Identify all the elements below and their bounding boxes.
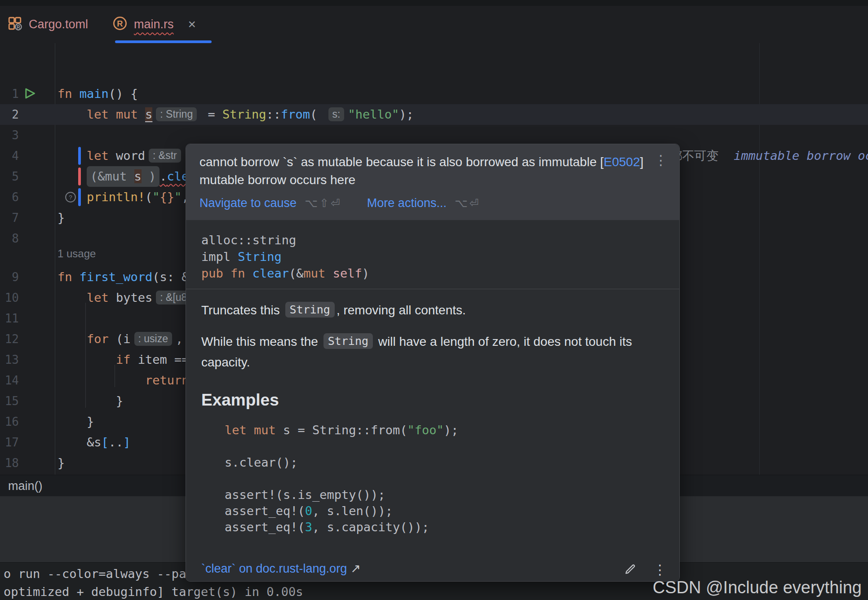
tab-cargo-toml[interactable]: RCargo.toml bbox=[7, 6, 88, 43]
example-code-line bbox=[225, 471, 664, 487]
ide-window: RCargo.tomlRmain.rs× 1fn main() {2let mu… bbox=[0, 0, 868, 600]
code-token: } bbox=[58, 456, 65, 470]
inlay-hint-pill: s: bbox=[328, 107, 345, 121]
code-text: for (i: usize, bbox=[87, 329, 183, 349]
edit-pencil-icon[interactable] bbox=[624, 562, 637, 578]
code-token: } bbox=[116, 394, 123, 408]
line-number[interactable]: 13 bbox=[0, 349, 19, 370]
code-token: bytes bbox=[116, 291, 152, 304]
line-number[interactable]: 1 bbox=[0, 84, 19, 104]
line-number[interactable]: 15 bbox=[0, 391, 19, 411]
code-token: "hello" bbox=[348, 107, 399, 121]
error-popup-header: cannot borrow `s` as mutable because it … bbox=[186, 144, 679, 220]
signature-line: pub fn clear(&mut self) bbox=[201, 265, 664, 282]
line-number[interactable]: 4 bbox=[0, 146, 19, 166]
popup-footer-more-icon[interactable]: ⋮ bbox=[653, 562, 667, 578]
usage-inlay-hint[interactable]: 1 usage bbox=[58, 247, 96, 260]
code-token: ( bbox=[310, 107, 325, 121]
code-token: from bbox=[281, 107, 310, 121]
action-label[interactable]: Navigate to cause bbox=[199, 196, 297, 210]
line-number[interactable]: 10 bbox=[0, 287, 19, 308]
doc-divider bbox=[186, 289, 679, 289]
doc-external-link[interactable]: `clear` on doc.rust-lang.org bbox=[201, 562, 347, 575]
window-top-strip bbox=[0, 0, 868, 6]
tab-label: main.rs bbox=[134, 18, 174, 31]
line-number[interactable]: 8 bbox=[0, 228, 19, 249]
line-number[interactable]: 2 bbox=[0, 104, 19, 125]
code-text: } bbox=[116, 391, 123, 411]
line-number[interactable]: 14 bbox=[0, 370, 19, 391]
csdn-watermark: CSDN @Include everything bbox=[653, 578, 862, 597]
code-token: s bbox=[145, 107, 152, 121]
code-token: ) bbox=[362, 266, 369, 280]
code-text: } bbox=[87, 411, 94, 432]
code-token: ); bbox=[399, 107, 414, 121]
error-message-line2: mutable borrow occurs here bbox=[199, 173, 355, 187]
tab-main-rs[interactable]: Rmain.rs× bbox=[112, 6, 196, 43]
change-marker-blue bbox=[78, 147, 81, 165]
error-popup-actions: Navigate to cause⌥⇧⏎More actions...⌥⏎ bbox=[199, 196, 666, 210]
code-token: .. bbox=[109, 435, 124, 449]
line-number[interactable]: 5 bbox=[0, 166, 19, 187]
code-token: () { bbox=[109, 87, 138, 101]
popup-more-icon[interactable]: ⋮ bbox=[654, 152, 668, 168]
code-token: , s.len()); bbox=[312, 504, 393, 518]
code-token: (s: & bbox=[152, 270, 189, 284]
line-number[interactable]: 17 bbox=[0, 432, 19, 453]
popup-action-more-actions-[interactable]: More actions...⌥⏎ bbox=[367, 196, 481, 210]
code-token: return bbox=[145, 373, 189, 387]
code-line-2[interactable]: 2let mut s: String = String::from( s:"he… bbox=[0, 104, 868, 125]
run-gutter-icon[interactable] bbox=[23, 87, 36, 101]
code-token: first_word bbox=[80, 270, 153, 284]
code-token: println! bbox=[87, 190, 145, 204]
code-token bbox=[325, 266, 332, 280]
signature-line: alloc::string bbox=[201, 232, 664, 248]
code-token: {} bbox=[160, 190, 175, 204]
action-label[interactable]: More actions... bbox=[367, 196, 447, 210]
code-token: 0 bbox=[305, 504, 312, 518]
code-token: if bbox=[116, 353, 138, 366]
code-line-1[interactable]: 1fn main() { bbox=[0, 84, 868, 104]
example-code-block: let mut s = String::from("foo"); s.clear… bbox=[225, 422, 664, 535]
rust-icon: R bbox=[112, 16, 128, 33]
line-number[interactable]: 18 bbox=[0, 453, 19, 473]
line-number[interactable]: 11 bbox=[0, 308, 19, 329]
code-token: &s bbox=[87, 435, 102, 449]
example-code-line: assert!(s.is_empty()); bbox=[225, 487, 664, 503]
line-number[interactable]: 3 bbox=[0, 125, 19, 146]
code-token: impl bbox=[201, 250, 238, 264]
popup-action-navigate-to-cause[interactable]: Navigate to cause⌥⇧⏎ bbox=[199, 196, 342, 210]
code-text: &s[..] bbox=[87, 432, 131, 453]
console-output-line: optimized + debuginfo] target(s) in 0.00… bbox=[4, 583, 303, 600]
code-text: } bbox=[58, 453, 65, 473]
line-number[interactable]: 16 bbox=[0, 411, 19, 432]
example-code-line: let mut s = String::from("foo"); bbox=[225, 422, 664, 438]
example-code-line bbox=[225, 438, 664, 454]
code-text: fn main() { bbox=[58, 84, 138, 104]
code-token: mut bbox=[304, 266, 326, 280]
code-token: ] bbox=[123, 435, 130, 449]
line-number[interactable]: 9 bbox=[0, 267, 19, 287]
code-token: String bbox=[222, 107, 266, 121]
breadcrumb[interactable]: main() bbox=[8, 475, 43, 497]
code-token: assert!(s.is_empty()); bbox=[225, 488, 385, 502]
line-number[interactable]: 12 bbox=[0, 329, 19, 349]
code-token: :: bbox=[266, 107, 281, 121]
line-number[interactable]: 7 bbox=[0, 207, 19, 228]
popup-bottom-toolbar: ⋮ bbox=[624, 562, 667, 578]
code-token: let bbox=[87, 291, 116, 304]
code-token: main bbox=[80, 87, 109, 101]
intention-question-icon[interactable]: ? bbox=[65, 191, 76, 205]
close-icon[interactable]: × bbox=[188, 18, 196, 31]
code-token: (i bbox=[116, 332, 131, 346]
code-text: } bbox=[58, 207, 65, 228]
code-token: } bbox=[87, 415, 94, 428]
code-text: if item == bbox=[116, 349, 189, 370]
code-line-3[interactable]: 3 bbox=[0, 125, 868, 146]
code-token: ( bbox=[145, 190, 152, 204]
code-token: for bbox=[87, 332, 116, 346]
line-number[interactable]: 6 bbox=[0, 187, 19, 207]
error-code-link[interactable]: E0502 bbox=[604, 155, 640, 169]
code-token: s.clear(); bbox=[225, 455, 298, 469]
code-token: , s.capacity()); bbox=[312, 520, 429, 534]
